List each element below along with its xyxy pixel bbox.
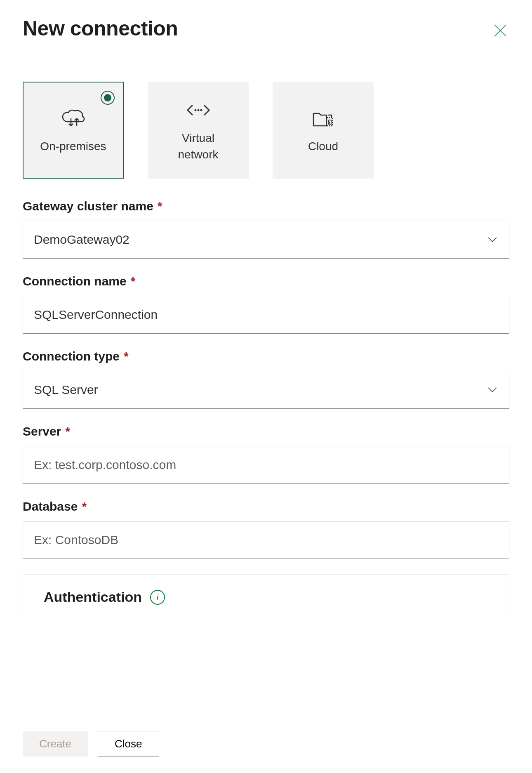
server-label: Server* [23,424,509,438]
close-icon [493,23,508,38]
authentication-heading: Authentication [44,589,142,605]
svg-point-4 [200,109,202,111]
database-input[interactable] [23,521,509,559]
svg-point-3 [197,109,199,111]
close-button[interactable]: Close [98,731,159,757]
virtual-network-icon [185,98,212,123]
tile-label: Cloud [308,138,338,154]
gateway-cluster-select[interactable]: DemoGateway02 [23,221,509,259]
server-input[interactable] [23,446,509,484]
database-label: Database* [23,500,509,514]
svg-point-2 [194,109,196,111]
close-panel-button[interactable] [491,21,509,40]
connection-name-input[interactable] [23,296,509,334]
tile-cloud[interactable]: Cloud [273,82,374,179]
connection-type-value: SQL Server [34,383,98,397]
gateway-value: DemoGateway02 [34,233,129,247]
create-button: Create [23,731,88,757]
authentication-section: Authentication i [23,575,509,619]
cloud-folder-icon [311,106,336,131]
tile-on-premises[interactable]: On-premises [23,82,124,179]
connection-mode-tiles: On-premises Virtual network Clo [23,82,509,179]
cloud-sync-icon [60,106,87,131]
tile-label: Virtual network [178,130,218,162]
connection-type-label: Connection type* [23,349,509,363]
chevron-down-icon [487,234,498,245]
info-icon[interactable]: i [150,590,165,605]
tile-label: On-premises [40,138,106,154]
radio-selected-icon [101,91,115,105]
connection-name-label: Connection name* [23,274,509,288]
panel-title: New connection [23,16,178,40]
connection-type-select[interactable]: SQL Server [23,371,509,409]
chevron-down-icon [487,384,498,396]
gateway-label: Gateway cluster name* [23,199,509,213]
tile-virtual-network[interactable]: Virtual network [148,82,249,179]
